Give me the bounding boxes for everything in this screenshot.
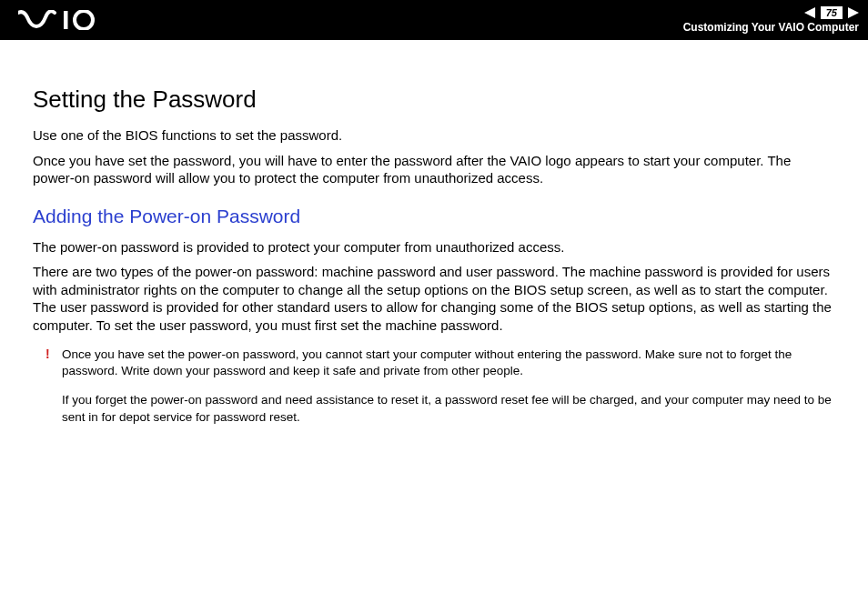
page-title: Setting the Password: [33, 85, 835, 114]
warning-note: ! Once you have set the power-on passwor…: [33, 347, 835, 426]
svg-rect-0: [64, 11, 68, 29]
vaio-logo: [18, 10, 118, 30]
svg-point-1: [75, 11, 93, 29]
intro-paragraph-1: Use one of the BIOS functions to set the…: [33, 126, 835, 145]
sub-paragraph-1: The power-on password is provided to pro…: [33, 238, 835, 256]
page-navigation: 75: [804, 6, 859, 19]
intro-paragraph-2: Once you have set the password, you will…: [33, 152, 835, 187]
header-right: 75 Customizing Your VAIO Computer: [683, 6, 859, 34]
prev-page-arrow-icon[interactable]: [804, 7, 815, 18]
warning-icon: !: [45, 347, 50, 361]
note-paragraph-2: If you forget the power-on password and …: [62, 392, 835, 425]
section-label: Customizing Your VAIO Computer: [683, 21, 859, 34]
page-number: 75: [821, 6, 843, 19]
sub-heading: Adding the Power-on Password: [33, 206, 835, 227]
sub-paragraph-2: There are two types of the power-on pass…: [33, 263, 835, 334]
next-page-arrow-icon[interactable]: [848, 7, 859, 18]
header-bar: 75 Customizing Your VAIO Computer: [0, 0, 868, 40]
note-paragraph-1: Once you have set the power-on password,…: [62, 347, 835, 379]
page-content: Setting the Password Use one of the BIOS…: [0, 40, 868, 457]
